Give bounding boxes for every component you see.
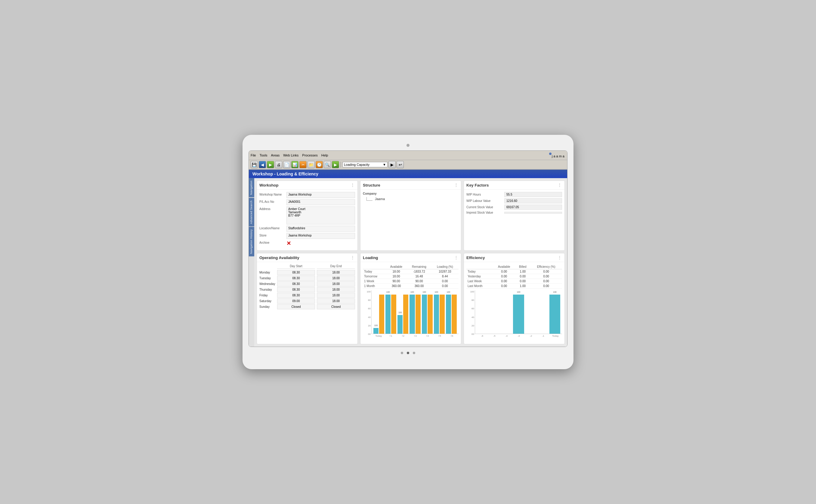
tree-jaama-label: Jaama [375, 197, 385, 201]
loading-bar-teal-4: 100 [422, 295, 427, 334]
loading-table: AvailableRemainingLoading (%)Today18.00-… [363, 264, 459, 289]
avail-grid: Day Start Day End Monday08.3018.00Tuesda… [259, 264, 355, 309]
avail-start-6: Closed [277, 304, 315, 309]
go-button[interactable]: ▶ [388, 161, 396, 168]
loading-row-2: 1 Week90.0090.000.00 [363, 279, 459, 284]
avail-end-4: 18.00 [317, 293, 355, 298]
back-button[interactable]: ◀ [259, 161, 266, 168]
menu-areas[interactable]: Areas [271, 153, 280, 157]
loading-bar-teal-2: 100 [397, 315, 403, 334]
avail-header-end: Day End [317, 264, 355, 269]
menu-file[interactable]: File [251, 153, 256, 157]
avail-end-0: 18.00 [317, 270, 355, 275]
efficiency-row-2: Last Week0.000.000.00 [466, 279, 562, 284]
scissors-button[interactable]: ✂ [299, 161, 307, 168]
search-button[interactable]: 🔍 [324, 161, 331, 168]
eff-x-label-5: -1 [538, 335, 549, 337]
loading-bar-teal-5: 100 [434, 295, 439, 334]
eff-bar-teal-3: 100 [513, 295, 524, 334]
menu-processes[interactable]: Processes [302, 153, 317, 157]
excel-button[interactable]: 📊 [291, 161, 298, 168]
avail-start-0: 08.30 [277, 270, 315, 275]
menu-bar: File Tools Areas Web Links Processes Hel… [249, 151, 567, 160]
sidebar-tab-advanced-search[interactable]: Advanced Search [249, 198, 254, 227]
store-label: Store [259, 233, 286, 237]
sidebar-tab-nav-history[interactable]: Navigation History [249, 227, 254, 256]
doc-button[interactable]: 📄 [283, 161, 290, 168]
loading-card-menu-icon[interactable]: ⋮ [454, 255, 459, 260]
avail-end-1: 18.00 [317, 276, 355, 281]
key-factors-menu-icon[interactable]: ⋮ [558, 183, 562, 187]
kf-value-1: 1216.60 [504, 198, 562, 203]
avail-card-menu-icon[interactable]: ⋮ [351, 255, 355, 260]
loading-bar-teal-6: 100 [446, 295, 451, 334]
device-top-dot [406, 144, 410, 147]
loading-bar-orange-0 [379, 295, 384, 334]
efficiency-chart: 1008060402000 100100 -6-5-4-3-2-1Today [466, 290, 562, 342]
kf-label-2: Current Stock Value [466, 206, 502, 209]
loading-bar-group-2: 100 [397, 295, 408, 334]
loading-capacity-dropdown[interactable]: Loading Capacity ▼ [342, 162, 388, 167]
avail-end-6: Closed [317, 304, 355, 309]
toolbar-separator [341, 162, 341, 168]
run-button[interactable]: ▶ [332, 161, 339, 168]
sidebar-tab-navigation[interactable]: Navigation [249, 178, 254, 197]
menu-help[interactable]: Help [321, 153, 328, 157]
eff-x-label-4: -2 [525, 335, 536, 337]
refresh-button[interactable]: ↩ [397, 161, 404, 168]
structure-card-menu-icon[interactable]: ⋮ [454, 183, 459, 187]
loading-bar-orange-2 [403, 295, 408, 334]
loading-bar-group-1: 100 [385, 295, 396, 334]
eff-bar-group-3: 100 [513, 295, 524, 334]
avail-start-3: 08.30 [277, 287, 315, 292]
loading-bar-orange-3 [416, 295, 421, 334]
kf-row: Imprest Stock Value [466, 211, 562, 214]
folder-button[interactable]: 📁 [308, 161, 315, 168]
store-row: Store Jaama Workshop [259, 233, 355, 239]
loading-x-label-5: +5 [434, 335, 445, 337]
efficiency-card-body: AvailableBilledEfficiency (%)Today0.001.… [464, 262, 564, 344]
device-bottom-dots [249, 352, 567, 354]
efficiency-chart-bars-container: 100100 [475, 290, 562, 334]
loading-y-axis: 1008060402000 [363, 290, 371, 342]
loading-bar-group-4: 100 [422, 295, 433, 334]
efficiency-y-axis: 1008060402000 [466, 290, 474, 342]
dropdown-arrow-icon: ▼ [383, 163, 386, 166]
toolbar: 💾 ◀ ▶ 🖨 📄 📊 ✂ 📁 🕐 🔍 ▶ Loading Capacity ▼… [249, 160, 567, 170]
loading-card: Loading ⋮ AvailableRemainingLoading (%)T… [360, 253, 461, 344]
workshop-card: Workshop ⋮ Workshop Name Jaama Workshop … [257, 181, 358, 251]
key-factors-card: Key Factors ⋮ WIP Hours55.5WIP Labour Va… [464, 181, 565, 251]
efficiency-card-menu-icon[interactable]: ⋮ [558, 255, 562, 260]
address-value: Amber Court Tamworth B77 4RP [286, 206, 355, 224]
save-button[interactable]: 💾 [251, 161, 258, 168]
structure-card: Structure ⋮ Company Jaama [360, 181, 461, 251]
clock-button[interactable]: 🕐 [316, 161, 323, 168]
tree-company-label: Company [363, 192, 459, 195]
workshop-card-menu-icon[interactable]: ⋮ [351, 183, 355, 187]
loading-x-label-0: Today [373, 335, 384, 337]
loading-x-label-4: +4 [422, 335, 433, 337]
kf-row: WIP Hours55.5 [466, 192, 562, 197]
avail-day-4: Friday [259, 294, 275, 297]
bottom-dot-3 [413, 352, 415, 354]
page-title: Workshop - Loading & Efficiency [249, 170, 567, 178]
avail-day-3: Thursday [259, 288, 275, 291]
forward-button[interactable]: ▶ [267, 161, 274, 168]
loading-bar-group-0: 100 [373, 295, 384, 334]
loading-row-0: Today18.00-1833.7210287.33 [363, 269, 459, 274]
efficiency-row-3: Last Month0.001.000.00 [466, 284, 562, 289]
workshop-name-label: Workshop Name [259, 192, 286, 196]
structure-card-header: Structure ⋮ [360, 181, 461, 190]
loading-bar-teal-3: 100 [410, 295, 415, 334]
menu-weblinks[interactable]: Web Links [283, 153, 298, 157]
address-label: Address [259, 206, 286, 211]
content-area: Workshop ⋮ Workshop Name Jaama Workshop … [254, 178, 567, 347]
avail-end-2: 18.00 [317, 281, 355, 286]
eff-x-label-3: -3 [513, 335, 524, 337]
loading-bar-group-6: 100 [446, 295, 457, 334]
menu-tools[interactable]: Tools [260, 153, 267, 157]
loading-card-header: Loading ⋮ [360, 253, 461, 262]
address-row: Address Amber Court Tamworth B77 4RP [259, 206, 355, 224]
efficiency-table: AvailableBilledEfficiency (%)Today0.001.… [466, 264, 562, 289]
print-button[interactable]: 🖨 [275, 161, 282, 168]
